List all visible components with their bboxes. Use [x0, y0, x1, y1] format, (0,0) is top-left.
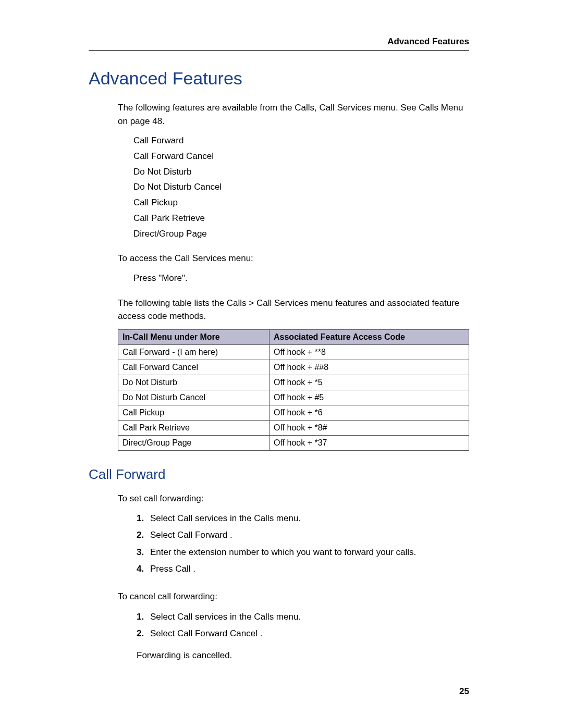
table-row: Call Forward - (I am here) Off hook + **…	[118, 344, 469, 360]
cell-menu: Call Forward - (I am here)	[118, 344, 270, 360]
step-text: Select Call services in the Calls menu.	[150, 513, 301, 523]
intro-paragraph: The following features are available fro…	[118, 101, 469, 128]
step-text: Press Call .	[150, 564, 195, 574]
list-item: 4.Press Call .	[137, 561, 469, 577]
step-text: Select Call Forward .	[150, 530, 232, 540]
cell-code: Off hook + *5	[270, 375, 469, 390]
list-item: Direct/Group Page	[133, 226, 469, 242]
access-step-list: Press "More".	[118, 270, 469, 286]
table-header-row: In-Call Menu under More Associated Featu…	[118, 329, 469, 344]
table-row: Do Not Disturb Off hook + *5	[118, 375, 469, 390]
table-row: Do Not Disturb Cancel Off hook + #5	[118, 390, 469, 405]
set-lead: To set call forwarding:	[118, 492, 469, 505]
list-item: Call Forward Cancel	[133, 149, 469, 164]
step-text: Select Call Forward Cancel .	[150, 628, 262, 638]
section-call-forward-title: Call Forward	[89, 466, 469, 483]
list-item: Call Forward	[133, 133, 469, 149]
list-item: Call Pickup	[133, 195, 469, 211]
body: The following features are available fro…	[89, 101, 469, 451]
cancel-steps: 1.Select Call services in the Calls menu…	[118, 609, 469, 643]
col-header-menu: In-Call Menu under More	[118, 329, 270, 344]
page-title: Advanced Features	[89, 68, 469, 89]
cell-menu: Do Not Disturb	[118, 375, 270, 390]
list-item: 1.Select Call services in the Calls menu…	[137, 609, 469, 625]
step-text: Enter the extension number to which you …	[150, 547, 416, 557]
cell-code: Off hook + *6	[270, 405, 469, 420]
list-item: 2.Select Call Forward .	[137, 527, 469, 544]
table-row: Call Forward Cancel Off hook + ##8	[118, 360, 469, 375]
list-item: 3.Enter the extension number to which yo…	[137, 544, 469, 561]
feature-table: In-Call Menu under More Associated Featu…	[118, 329, 469, 451]
table-row: Direct/Group Page Off hook + *37	[118, 435, 469, 450]
cell-menu: Direct/Group Page	[118, 435, 270, 450]
cell-code: Off hook + *37	[270, 435, 469, 450]
cell-menu: Call Forward Cancel	[118, 360, 270, 375]
section-call-forward-body: To set call forwarding: 1.Select Call se…	[89, 492, 469, 661]
table-row: Call Park Retrieve Off hook + *8#	[118, 420, 469, 435]
list-item: 2.Select Call Forward Cancel .	[137, 625, 469, 642]
page: Advanced Features Advanced Features The …	[0, 0, 563, 728]
cell-menu: Do Not Disturb Cancel	[118, 390, 270, 405]
list-item: 1.Select Call services in the Calls menu…	[137, 510, 469, 527]
table-row: Call Pickup Off hook + *6	[118, 405, 469, 420]
cell-code: Off hook + #5	[270, 390, 469, 405]
cell-code: Off hook + *8#	[270, 420, 469, 435]
step-text: Select Call services in the Calls menu.	[150, 612, 301, 622]
cell-code: Off hook + ##8	[270, 360, 469, 375]
access-lead: To access the Call Services menu:	[118, 252, 469, 265]
col-header-code: Associated Feature Access Code	[270, 329, 469, 344]
feature-list: Call Forward Call Forward Cancel Do Not …	[118, 133, 469, 241]
page-number: 25	[459, 686, 469, 697]
cell-menu: Call Park Retrieve	[118, 420, 270, 435]
cell-menu: Call Pickup	[118, 405, 270, 420]
cell-code: Off hook + **8	[270, 344, 469, 360]
table-lead: The following table lists the Calls > Ca…	[118, 297, 469, 323]
cancel-lead: To cancel call forwarding:	[118, 590, 469, 603]
running-header: Advanced Features	[89, 31, 469, 51]
cancel-trail: Forwarding is cancelled.	[137, 650, 469, 661]
list-item: Do Not Disturb	[133, 164, 469, 180]
list-item: Call Park Retrieve	[133, 211, 469, 226]
set-steps: 1.Select Call services in the Calls menu…	[118, 510, 469, 577]
list-item: Press "More".	[133, 270, 469, 286]
list-item: Do Not Disturb Cancel	[133, 179, 469, 195]
